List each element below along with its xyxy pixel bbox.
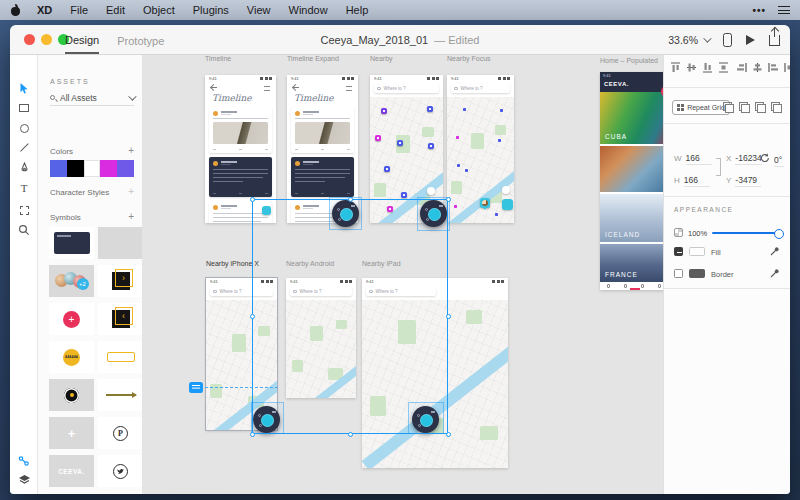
menu-plugins[interactable]: Plugins — [193, 4, 229, 16]
color-swatch[interactable] — [50, 160, 67, 177]
symbol-instagram-icon[interactable] — [98, 493, 143, 494]
border-color-swatch[interactable] — [689, 269, 705, 278]
minimize-window-button[interactable] — [41, 34, 52, 45]
boolean-intersect-icon[interactable] — [755, 102, 766, 113]
align-middle-vertical-icon[interactable] — [686, 62, 697, 73]
rotation-field[interactable]: 0° — [760, 153, 784, 167]
canvas[interactable]: Timeline Timeline Expand Nearby Nearby F… — [143, 55, 663, 494]
artboard-nearby-focus[interactable]: 9:41 Where to ? — [447, 75, 514, 223]
symbol-arrow[interactable] — [98, 379, 143, 411]
play-preview-icon[interactable] — [746, 35, 755, 45]
symbol-avatars[interactable]: +2 — [49, 265, 94, 297]
menu-xd[interactable]: XD — [37, 4, 52, 16]
rectangle-tool[interactable] — [10, 99, 38, 117]
fill-color-swatch[interactable] — [689, 247, 705, 256]
y-position-field[interactable]: Y-3479 — [726, 175, 761, 187]
select-tool[interactable] — [10, 79, 38, 97]
share-icon[interactable] — [769, 35, 780, 46]
symbol-placeholder[interactable] — [98, 227, 143, 259]
symbol-outline-button[interactable] — [98, 341, 143, 373]
selection-handle[interactable] — [250, 314, 255, 319]
add-symbol-button[interactable]: + — [128, 213, 134, 222]
device-preview-icon[interactable] — [723, 33, 732, 47]
menu-help[interactable]: Help — [346, 4, 369, 16]
add-color-button[interactable]: + — [128, 147, 134, 156]
symbol-dark-card[interactable] — [49, 227, 94, 259]
fill-eyedropper-icon[interactable] — [770, 245, 781, 256]
distribute-vertical-icon[interactable] — [718, 62, 729, 73]
symbol-ceeva-logo[interactable]: CEEVA. — [49, 455, 94, 487]
symbol-next-button[interactable]: › — [98, 265, 143, 297]
selection-handle[interactable] — [348, 432, 353, 437]
boolean-exclude-icon[interactable] — [771, 102, 782, 113]
align-right-icon[interactable] — [768, 62, 779, 73]
artboard-label-nearby[interactable]: Nearby — [370, 55, 393, 62]
symbol-divider-dashes[interactable] — [49, 493, 94, 494]
add-character-style-button[interactable]: + — [128, 188, 134, 197]
text-tool[interactable]: T — [10, 179, 38, 197]
menu-status-list-icon[interactable] — [778, 6, 790, 14]
distribute-horizontal-icon[interactable] — [784, 62, 790, 73]
color-swatch[interactable] — [117, 160, 134, 177]
line-tool[interactable] — [10, 139, 38, 157]
menu-file[interactable]: File — [70, 4, 88, 16]
tab-prototype[interactable]: Prototype — [117, 27, 164, 53]
artboard-tool[interactable] — [10, 201, 38, 219]
selection-handle[interactable] — [250, 432, 255, 437]
fill-checkbox[interactable] — [674, 247, 683, 256]
symbol-twitter-icon[interactable] — [98, 455, 143, 487]
height-field[interactable]: H166 — [674, 175, 710, 187]
border-eyedropper-icon[interactable] — [770, 267, 781, 278]
color-swatch[interactable] — [67, 160, 84, 177]
opacity-value[interactable]: 100% — [688, 229, 707, 238]
pen-tool[interactable] — [10, 159, 38, 177]
selection-handle[interactable] — [446, 314, 451, 319]
share-link-icon[interactable] — [10, 455, 38, 468]
menu-status-dots-icon[interactable]: ••• — [752, 5, 766, 16]
opacity-slider[interactable] — [712, 232, 780, 234]
ellipse-tool[interactable] — [10, 119, 38, 137]
menu-window[interactable]: Window — [289, 4, 328, 16]
symbol-prev-button[interactable]: ‹ — [98, 303, 143, 335]
artboard-label-home-populated[interactable]: Home – Populated — [600, 57, 658, 64]
artboard-label-timeline-expand[interactable]: Timeline Expand — [287, 55, 339, 62]
symbol-pinterest-icon[interactable]: P — [98, 417, 143, 449]
boolean-subtract-icon[interactable] — [739, 102, 750, 113]
border-checkbox[interactable] — [674, 269, 683, 278]
tab-design[interactable]: Design — [65, 26, 99, 54]
artboard-label-nearby-focus[interactable]: Nearby Focus — [447, 55, 491, 62]
close-window-button[interactable] — [24, 34, 35, 45]
symbol-add-button[interactable]: + — [49, 303, 94, 335]
align-center-horizontal-icon[interactable] — [752, 62, 763, 73]
selection-handle[interactable] — [446, 432, 451, 437]
scroll-group-badge[interactable] — [189, 382, 203, 393]
menu-view[interactable]: View — [247, 4, 271, 16]
artboard-label-nearby-iphone-x[interactable]: Nearby iPhone X — [206, 260, 259, 267]
align-bottom-icon[interactable] — [702, 62, 713, 73]
layers-icon[interactable] — [10, 474, 38, 486]
align-top-icon[interactable] — [670, 62, 681, 73]
artboard-label-timeline[interactable]: Timeline — [205, 55, 231, 62]
boolean-add-icon[interactable] — [723, 102, 734, 113]
align-left-icon[interactable] — [736, 62, 747, 73]
selection-handle[interactable] — [348, 197, 353, 202]
selection-handle[interactable] — [446, 197, 451, 202]
zoom-tool[interactable] — [10, 221, 38, 239]
x-position-field[interactable]: X-16234 — [726, 153, 762, 165]
menu-object[interactable]: Object — [143, 4, 175, 16]
selection-rectangle[interactable] — [252, 199, 448, 434]
menu-edit[interactable]: Edit — [106, 4, 125, 16]
apple-icon[interactable] — [10, 5, 21, 16]
zoom-level-dropdown[interactable]: 33.6% — [668, 34, 709, 46]
symbol-aaaaa-badge[interactable]: AAAAAA — [49, 341, 94, 373]
symbol-plus-placeholder[interactable]: + — [49, 417, 94, 449]
symbol-record-button[interactable] — [49, 379, 94, 411]
assets-filter-dropdown[interactable]: All Assets — [50, 90, 134, 106]
width-field[interactable]: W166 — [674, 153, 712, 165]
selection-handle[interactable] — [250, 197, 255, 202]
color-swatch[interactable] — [100, 160, 117, 177]
repeat-grid-button[interactable]: Repeat Grid — [672, 100, 730, 115]
artboard-home-populated[interactable]: 9:41 CEEVA. CUBA ICELAND FRANCE — [600, 72, 663, 290]
color-swatch[interactable] — [84, 160, 101, 177]
lock-aspect-icon[interactable] — [716, 158, 721, 176]
